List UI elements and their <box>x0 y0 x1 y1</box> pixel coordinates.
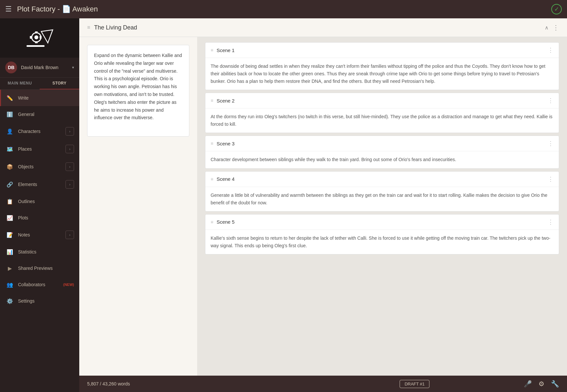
tab-story[interactable]: STORY <box>40 78 79 89</box>
scene-header: ≡ Scene 1 ⋮ <box>205 43 559 58</box>
main-layout: DB David Mark Brown ▾ MAIN MENU STORY ✏️… <box>0 18 567 392</box>
scene-body[interactable]: Character development between siblings w… <box>205 151 559 168</box>
scene-name: Scene 2 <box>217 98 544 103</box>
sidebar: DB David Mark Brown ▾ MAIN MENU STORY ✏️… <box>0 18 79 392</box>
sidebar-item-label: Statistics <box>18 249 74 254</box>
svg-rect-6 <box>40 36 42 39</box>
svg-rect-4 <box>35 41 38 43</box>
statistics-icon: 📊 <box>6 248 13 255</box>
scene-header: ≡ Scene 3 ⋮ <box>205 136 559 151</box>
chevron-down-icon: ▾ <box>72 65 74 70</box>
objects-icon: 📦 <box>6 163 13 170</box>
scene-more-icon[interactable]: ⋮ <box>548 140 554 147</box>
scene-header: ≡ Scene 5 ⋮ <box>205 215 559 230</box>
chapter-drag-icon: ≡ <box>87 25 90 30</box>
scene-text: At the dorms they run into Oleg's twitch… <box>211 114 553 127</box>
status-check: ✓ <box>551 4 562 14</box>
user-profile[interactable]: DB David Mark Brown ▾ <box>0 58 79 78</box>
sidebar-item-label: Settings <box>18 298 74 304</box>
draft-badge[interactable]: DRAFT #1 <box>400 380 429 388</box>
chapter-title: The Living Dead <box>94 24 541 31</box>
logo-icon <box>23 25 56 51</box>
scene-more-icon[interactable]: ⋮ <box>548 218 554 226</box>
sidebar-item-places[interactable]: 🗺️ Places › <box>0 140 79 158</box>
sidebar-item-collaborators[interactable]: 👥 Collaborators (NEW) <box>0 276 79 293</box>
sidebar-item-elements[interactable]: 🔗 Elements › <box>0 176 79 193</box>
scene-name: Scene 3 <box>217 141 544 146</box>
sidebar-item-objects[interactable]: 📦 Objects › <box>0 158 79 176</box>
tab-main-menu[interactable]: MAIN MENU <box>0 78 40 89</box>
sidebar-item-label: Notes <box>18 232 61 237</box>
scene-text: The downside of being dead settles in wh… <box>211 64 545 84</box>
tools-icon[interactable]: ⚙ <box>539 380 544 388</box>
notes-icon: 📝 <box>6 231 13 238</box>
chapter-controls: ∧ ⋮ <box>545 24 559 31</box>
scene-body[interactable]: Kallie's sixth sense begins to return to… <box>205 230 559 254</box>
scene-body[interactable]: The downside of being dead settles in wh… <box>205 58 559 90</box>
expand-icon: › <box>66 180 74 189</box>
sidebar-item-statistics[interactable]: 📊 Statistics <box>0 244 79 260</box>
scene-text: Kallie's sixth sense begins to return to… <box>211 235 550 248</box>
scene-body[interactable]: Generate a little bit of vulnerability a… <box>205 187 559 211</box>
sidebar-item-general[interactable]: ℹ️ General <box>0 106 79 122</box>
bottom-toolbar: 🎤 ⚙ 🔧 <box>524 380 559 388</box>
sidebar-item-label: Places <box>18 146 61 152</box>
sidebar-item-shared-previews[interactable]: ▶ Shared Previews <box>0 260 79 276</box>
scene-text: Character development between siblings w… <box>211 157 456 162</box>
top-bar: ☰ Plot Factory - 📄 Awaken ✓ <box>0 0 567 18</box>
sidebar-item-label: Plots <box>18 215 74 220</box>
info-icon: ℹ️ <box>6 111 13 118</box>
expand-icon: › <box>66 162 74 171</box>
scene-body[interactable]: At the dorms they run into Oleg's twitch… <box>205 108 559 133</box>
sidebar-item-outlines[interactable]: 📋 Outlines <box>0 193 79 210</box>
svg-rect-2 <box>27 45 45 47</box>
outlines-icon: 📋 <box>6 198 13 205</box>
expand-icon: › <box>66 145 74 153</box>
sidebar-item-plots[interactable]: 📈 Plots <box>0 210 79 226</box>
scene-more-icon[interactable]: ⋮ <box>548 47 554 54</box>
sidebar-tabs: MAIN MENU STORY <box>0 78 79 90</box>
scenes-panel: ≡ Scene 1 ⋮ The downside of being dead s… <box>197 37 567 376</box>
avatar: DB <box>5 62 17 73</box>
microphone-icon[interactable]: 🎤 <box>524 380 532 388</box>
scene-drag-icon: ≡ <box>211 47 213 53</box>
svg-rect-5 <box>30 36 32 39</box>
content-area: ≡ The Living Dead ∧ ⋮ Expand on the dyna… <box>79 18 567 392</box>
episode-description-card[interactable]: Expand on the dynamic between Kallie and… <box>87 45 189 137</box>
app-title: Plot Factory - 📄 Awaken <box>17 5 546 13</box>
sidebar-item-notes[interactable]: 📝 Notes › <box>0 226 79 244</box>
episode-description-text: Expand on the dynamic between Kallie and… <box>94 53 182 120</box>
places-icon: 🗺️ <box>6 145 13 153</box>
sidebar-item-write[interactable]: ✏️ Write <box>0 90 79 106</box>
scene-text: Generate a little bit of vulnerability a… <box>211 193 547 205</box>
chapter-more-icon[interactable]: ⋮ <box>553 24 559 31</box>
bottom-bar: 5,807 / 43,260 words DRAFT #1 🎤 ⚙ 🔧 <box>79 376 567 392</box>
scene-card: ≡ Scene 2 ⋮ At the dorms they run into O… <box>205 93 559 133</box>
scene-header: ≡ Scene 4 ⋮ <box>205 172 559 187</box>
collaborators-icon: 👥 <box>6 281 13 288</box>
scene-drag-icon: ≡ <box>211 141 213 146</box>
sidebar-item-label: Elements <box>18 182 61 187</box>
scene-more-icon[interactable]: ⋮ <box>548 97 554 104</box>
scene-drag-icon: ≡ <box>211 177 213 182</box>
episode-description-panel: Expand on the dynamic between Kallie and… <box>79 37 197 376</box>
scene-card: ≡ Scene 5 ⋮ Kallie's sixth sense begins … <box>205 214 559 254</box>
sidebar-item-label: Shared Previews <box>18 266 74 271</box>
sidebar-item-settings[interactable]: ⚙️ Settings <box>0 293 79 309</box>
content-body: Expand on the dynamic between Kallie and… <box>79 37 567 376</box>
svg-point-1 <box>34 35 38 39</box>
settings-icon[interactable]: 🔧 <box>551 380 559 388</box>
scene-name: Scene 5 <box>217 219 544 225</box>
sidebar-item-label: Characters <box>18 129 61 134</box>
menu-icon[interactable]: ☰ <box>5 5 12 13</box>
sidebar-item-label: General <box>18 112 74 117</box>
svg-rect-3 <box>35 31 38 33</box>
sidebar-item-characters[interactable]: 👤 Characters › <box>0 122 79 140</box>
scene-more-icon[interactable]: ⋮ <box>548 176 554 183</box>
username: David Mark Brown <box>21 65 68 70</box>
scene-drag-icon: ≡ <box>211 219 213 225</box>
chapter-header: ≡ The Living Dead ∧ ⋮ <box>79 18 567 37</box>
plots-icon: 📈 <box>6 214 13 221</box>
sidebar-nav: ✏️ Write ℹ️ General 👤 Characters › 🗺️ Pl… <box>0 90 79 392</box>
collapse-icon[interactable]: ∧ <box>545 25 549 31</box>
